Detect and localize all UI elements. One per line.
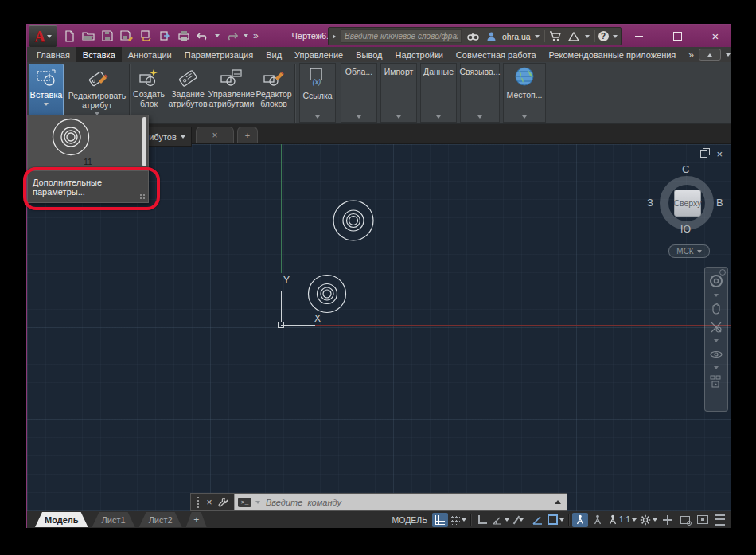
zoom-caret-icon[interactable]	[714, 339, 719, 342]
define-attributes-button[interactable]: Задание атрибутов	[169, 64, 207, 121]
viewport-restore-button[interactable]	[700, 150, 707, 158]
annotation-visibility-toggle[interactable]	[572, 513, 588, 527]
location-panel-collapsed[interactable]: Местоп...	[503, 63, 546, 123]
annotation-autoscale-toggle[interactable]	[590, 513, 606, 527]
edit-attribute-button[interactable]: Редактировать атрибут	[67, 64, 127, 121]
wheel-caret-icon[interactable]	[714, 294, 719, 297]
navigation-wheel-icon[interactable]	[709, 274, 723, 288]
attributes-dropdown-fragment[interactable]: ибутов	[142, 127, 192, 147]
more-options-menu-item[interactable]: Дополнительные параметры...	[28, 170, 148, 202]
new-layout-button[interactable]: +	[186, 512, 207, 527]
save-button[interactable]	[100, 29, 115, 43]
snap-toggle[interactable]	[450, 513, 467, 527]
isodraft-toggle[interactable]	[512, 513, 528, 527]
sign-in-button[interactable]	[484, 29, 498, 44]
orbit-icon[interactable]	[710, 348, 723, 361]
layout-tab-list1[interactable]: Лист1	[92, 512, 135, 527]
viewcube-ucs-menu[interactable]: МСК	[668, 244, 710, 258]
publish-button[interactable]	[158, 29, 172, 43]
ribbon-collapse-button[interactable]	[699, 49, 721, 61]
search-button[interactable]	[466, 29, 480, 44]
showmotion-icon[interactable]	[710, 375, 723, 388]
tab-scroll-chevrons[interactable]: »	[688, 49, 694, 61]
orbit-caret-icon[interactable]	[714, 366, 719, 369]
tab-vstavka[interactable]: Вставка	[76, 47, 122, 62]
new-drawing-tab-button[interactable]: +	[237, 127, 258, 143]
exchange-caret-icon[interactable]	[585, 35, 590, 38]
grid-toggle[interactable]	[432, 513, 448, 527]
create-block-button[interactable]: Создать блок	[131, 64, 166, 121]
command-bar-close-button[interactable]: ×	[206, 497, 212, 508]
search-expand-icon[interactable]	[333, 34, 336, 39]
undo-button[interactable]	[196, 29, 210, 43]
block-instance-2[interactable]	[306, 273, 348, 315]
zoom-extents-icon[interactable]	[710, 321, 723, 334]
save-as-button[interactable]	[119, 29, 134, 43]
status-bar-customization-button[interactable]	[712, 513, 728, 527]
viewcube-south-label[interactable]: Ю	[680, 223, 691, 235]
help-button[interactable]: ?	[598, 31, 609, 41]
command-recent-caret-icon[interactable]	[255, 501, 260, 504]
tab-annotacii[interactable]: Аннотации	[122, 47, 178, 62]
tab-glavnaya[interactable]: Главная	[30, 47, 76, 62]
keyword-search-input[interactable]	[341, 29, 462, 43]
isolate-objects-button[interactable]	[660, 513, 676, 527]
file-tab-close-icon[interactable]: ×	[212, 130, 217, 141]
tab-nadstroyki[interactable]: Надстройки	[389, 47, 450, 62]
new-drawing-button[interactable]	[62, 29, 76, 43]
user-menu-caret-icon[interactable]	[535, 35, 540, 38]
print-button[interactable]	[177, 29, 191, 43]
object-snap-tracking-toggle[interactable]	[529, 513, 545, 527]
redo-button[interactable]	[224, 29, 239, 43]
navigation-bar[interactable]	[704, 267, 728, 412]
pan-hand-icon[interactable]	[710, 303, 723, 315]
viewport-close-button[interactable]: ×	[716, 148, 723, 160]
application-menu-button[interactable]: A	[29, 25, 57, 48]
polar-tracking-toggle[interactable]	[492, 513, 510, 527]
import-panel-collapsed[interactable]: Импорт	[380, 63, 417, 123]
tab-vid[interactable]: Вид	[259, 47, 288, 62]
viewcube-west-label[interactable]: З	[647, 197, 653, 209]
layout-tab-model[interactable]: Модель	[35, 512, 88, 527]
maximize-button[interactable]	[667, 29, 688, 43]
cloud-panel-collapsed[interactable]: Обла...	[341, 63, 377, 123]
open-drawing-button[interactable]	[81, 29, 95, 43]
tab-sovmestnaya-rabota[interactable]: Совместная работа	[450, 47, 543, 62]
block-gallery-item[interactable]: 11	[28, 115, 148, 170]
close-button[interactable]: ×	[705, 29, 726, 43]
block-instance-1[interactable]	[331, 198, 376, 243]
command-input[interactable]	[264, 497, 551, 508]
viewcube-top-face[interactable]: Сверху	[674, 190, 701, 217]
gallery-resize-grip[interactable]	[139, 193, 146, 200]
customize-wrench-icon[interactable]	[218, 497, 228, 507]
plot-button[interactable]	[138, 29, 153, 43]
ortho-toggle[interactable]	[474, 513, 490, 527]
help-caret-icon[interactable]	[613, 35, 618, 38]
clean-screen-button[interactable]	[695, 513, 711, 527]
insert-block-button[interactable]: Вставка	[29, 64, 64, 121]
command-input-area[interactable]: >_	[234, 494, 567, 510]
undo-history-caret-icon[interactable]	[215, 34, 220, 37]
graphics-performance-button[interactable]	[677, 513, 693, 527]
tab-rekomendovannye-prilozheniya[interactable]: Рекомендованные приложения	[543, 47, 683, 62]
app-store-button[interactable]	[548, 29, 563, 44]
signed-in-user[interactable]: ohra.ua	[502, 32, 531, 41]
viewcube-east-label[interactable]: В	[716, 197, 723, 209]
ribbon-options-caret-icon[interactable]	[726, 53, 731, 57]
tab-upravlenie[interactable]: Управление	[288, 47, 349, 62]
viewcube-north-label[interactable]: С	[682, 163, 689, 175]
annotation-scale-button[interactable]: 1:1	[607, 513, 637, 527]
layout-tab-list2[interactable]: Лист2	[139, 512, 182, 527]
command-bar-drag-handle[interactable]	[197, 496, 201, 508]
minimize-button[interactable]	[629, 29, 649, 43]
reference-panel-collapsed[interactable]: (x) Ссылка	[299, 63, 336, 123]
tab-vyvod[interactable]: Вывод	[349, 47, 388, 62]
linking-panel-collapsed[interactable]: Связыва...	[460, 63, 500, 123]
model-space-label[interactable]: МОДЕЛЬ	[389, 515, 431, 525]
data-panel-collapsed[interactable]: Данные	[420, 63, 457, 123]
object-snap-toggle[interactable]	[547, 513, 565, 527]
block-editor-button[interactable]: Редактор блоков	[256, 64, 291, 121]
gallery-scrollbar[interactable]	[142, 117, 146, 166]
autodesk-exchange-button[interactable]	[567, 29, 581, 44]
command-history-up-icon[interactable]	[555, 500, 561, 504]
